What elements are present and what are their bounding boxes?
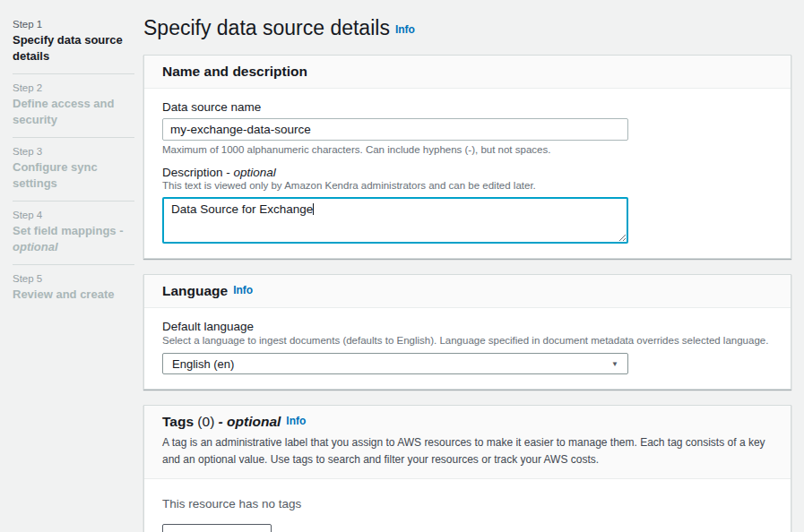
tags-info-link[interactable]: Info — [286, 415, 306, 427]
text-cursor — [313, 203, 314, 215]
step-label: Step 4 — [13, 210, 134, 220]
name-description-title: Name and description — [162, 64, 307, 79]
page-title-text: Specify data source details — [143, 16, 390, 39]
language-title: Language — [162, 283, 228, 298]
default-language-hint: Select a language to ingest documents (d… — [162, 335, 773, 346]
description-hint: This text is viewed only by Amazon Kendr… — [162, 180, 773, 191]
name-description-header: Name and description — [144, 56, 791, 89]
tags-empty-message: This resource has no tags — [162, 497, 773, 511]
sidebar-step-1: Step 1 Specify data source details — [13, 13, 134, 72]
language-card: LanguageInfo Default language Select a l… — [143, 274, 791, 390]
sidebar-step-3-link[interactable]: Configure sync settings — [13, 159, 134, 191]
sidebar-step-5-link[interactable]: Review and create — [13, 287, 134, 303]
divider — [13, 264, 134, 265]
add-new-tag-button[interactable]: Add new tag — [162, 524, 272, 532]
tags-description: A tag is an administrative label that yo… — [162, 434, 773, 468]
step-title-text: Set field mappings - — [13, 224, 124, 237]
step-title-optional: optional — [13, 240, 58, 253]
page-info-link[interactable]: Info — [395, 23, 415, 36]
wizard-page: Step 1 Specify data source details Step … — [0, 0, 804, 532]
tags-count: (0) — [197, 414, 214, 429]
description-label-optional: optional — [234, 166, 276, 179]
sidebar-step-3: Step 3 Configure sync settings — [13, 140, 134, 199]
tags-card: Tags (0) - optionalInfo A tag is an admi… — [143, 405, 791, 532]
description-textarea[interactable]: Data Source for Exchange — [162, 197, 628, 244]
sidebar-step-4: Step 4 Set field mappings - optional — [13, 203, 134, 262]
data-source-name-input[interactable] — [162, 118, 628, 141]
main-content: Specify data source detailsInfo Name and… — [143, 0, 804, 532]
language-info-link[interactable]: Info — [233, 284, 253, 296]
description-label-text: Description - — [162, 166, 234, 179]
description-textarea-value: Data Source for Exchange — [171, 202, 313, 216]
default-language-label: Default language — [162, 320, 773, 333]
tags-header: Tags (0) - optionalInfo A tag is an admi… — [144, 406, 791, 479]
chevron-down-icon: ▼ — [611, 360, 618, 368]
step-label: Step 3 — [13, 146, 134, 157]
data-source-name-label: Data source name — [162, 100, 773, 114]
divider — [13, 137, 134, 138]
sidebar-step-1-link[interactable]: Specify data source details — [13, 32, 134, 64]
divider — [13, 201, 134, 202]
name-description-body: Data source name Maximum of 1000 alphanu… — [144, 89, 791, 258]
sidebar-step-2: Step 2 Define access and security — [13, 76, 134, 135]
default-language-select[interactable]: English (en) ▼ — [162, 353, 628, 374]
tags-body: This resource has no tags Add new tag Yo… — [144, 479, 791, 532]
sidebar-step-2-link[interactable]: Define access and security — [13, 96, 134, 127]
divider — [13, 73, 134, 74]
description-label: Description - optional — [162, 166, 773, 179]
language-body: Default language Select a language to in… — [144, 308, 791, 389]
tags-optional: - optional — [214, 414, 281, 429]
step-label: Step 5 — [13, 273, 134, 284]
sidebar-step-5: Step 5 Review and create — [13, 267, 134, 311]
tags-title: Tags (0) - optional — [162, 414, 281, 429]
name-description-card: Name and description Data source name Ma… — [143, 55, 791, 259]
step-label: Step 2 — [13, 82, 134, 93]
language-header: LanguageInfo — [144, 275, 791, 308]
data-source-name-hint: Maximum of 1000 alphanumeric characters.… — [162, 144, 773, 155]
tags-title-text: Tags — [162, 414, 197, 429]
steps-sidebar: Step 1 Specify data source details Step … — [0, 0, 143, 532]
selected-language: English (en) — [172, 357, 234, 371]
sidebar-step-4-link[interactable]: Set field mappings - optional — [13, 223, 134, 254]
step-label: Step 1 — [13, 19, 134, 30]
resize-handle-icon[interactable] — [618, 233, 626, 241]
page-title: Specify data source detailsInfo — [143, 16, 791, 40]
